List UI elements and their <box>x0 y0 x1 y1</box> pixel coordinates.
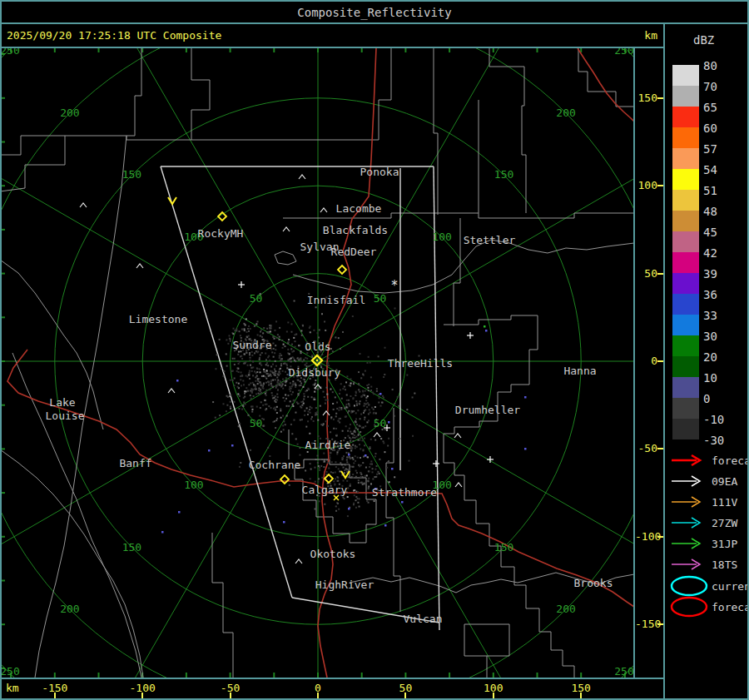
radar-map[interactable]: *505050501001001001001501501501502002002… <box>0 47 634 678</box>
echo-speckle <box>239 330 241 332</box>
echo-dot-blue <box>391 468 394 470</box>
right-axis-tick-label: 150 <box>635 92 657 103</box>
title-bar[interactable]: Composite_Reflectivity <box>0 0 749 22</box>
caret-marker <box>374 433 380 437</box>
ring-distance-label: 250 <box>614 47 633 57</box>
echo-speckle <box>317 454 319 456</box>
echo-speckle <box>289 386 290 388</box>
echo-speckle <box>276 400 278 401</box>
echo-speckle <box>347 412 349 414</box>
echo-speckle <box>234 358 236 360</box>
echo-speckle <box>263 384 265 385</box>
echo-speckle <box>310 325 311 327</box>
echo-speckle <box>223 370 225 372</box>
echo-speckle <box>366 421 368 423</box>
echo-speckle <box>352 459 354 460</box>
echo-speckle <box>269 360 270 361</box>
echo-speckle <box>315 459 317 460</box>
echo-speckle <box>228 335 230 336</box>
echo-speckle <box>326 459 328 460</box>
colorbar-tick-label: 10 <box>703 372 717 384</box>
frame-line <box>0 47 665 48</box>
echo-speckle <box>347 487 349 489</box>
right-axis-tick-label: 50 <box>635 268 657 279</box>
echo-speckle <box>245 324 246 325</box>
echo-speckle <box>310 418 312 420</box>
echo-speckle <box>354 437 355 439</box>
echo-speckle <box>360 464 362 466</box>
echo-speckle <box>305 469 306 471</box>
echo-speckle <box>236 329 237 330</box>
caret-marker <box>299 175 305 179</box>
echo-speckle <box>303 359 305 360</box>
echo-speckle <box>358 439 360 441</box>
echo-speckle <box>394 307 396 309</box>
echo-speckle <box>346 461 348 463</box>
colorbar-tick-label: 57 <box>703 143 717 155</box>
echo-speckle <box>360 431 361 433</box>
echo-speckle <box>412 435 414 437</box>
bottom-axis-tick <box>141 693 143 698</box>
echo-speckle <box>283 429 285 430</box>
echo-speckle <box>250 388 252 390</box>
legend-arrow-label: 31JP <box>712 539 737 549</box>
echo-speckle <box>265 382 267 384</box>
colorbar-tick-label: 48 <box>703 206 717 217</box>
echo-speckle <box>283 344 285 345</box>
echo-speckle <box>368 390 370 391</box>
echo-speckle <box>280 373 281 375</box>
echo-speckle <box>332 403 334 405</box>
radar-app-window: { "window": { "title": "Composite_Reflec… <box>0 0 749 700</box>
echo-speckle <box>268 380 270 382</box>
echo-speckle <box>243 401 245 403</box>
echo-speckle <box>286 405 288 407</box>
echo-speckle <box>280 368 281 370</box>
echo-speckle <box>372 392 374 394</box>
echo-speckle <box>260 329 262 330</box>
echo-speckle <box>290 382 291 384</box>
echo-speckle <box>277 334 279 335</box>
echo-speckle <box>370 390 372 391</box>
echo-speckle <box>237 393 239 395</box>
echo-speckle <box>357 429 359 430</box>
echo-speckle <box>333 419 335 420</box>
echo-speckle <box>368 487 370 489</box>
echo-speckle <box>352 398 354 400</box>
colorbar-band <box>672 86 699 107</box>
echo-speckle <box>363 412 365 414</box>
echo-speckle <box>226 353 227 355</box>
city-label: Brooks <box>574 577 613 589</box>
echo-dot-blue <box>231 444 234 447</box>
echo-speckle <box>360 474 362 475</box>
echo-dot-blue <box>348 454 350 456</box>
echo-speckle <box>265 404 266 405</box>
echo-speckle <box>260 335 261 337</box>
echo-speckle <box>280 365 282 366</box>
echo-speckle <box>244 390 246 392</box>
echo-speckle <box>226 410 227 412</box>
colorbar-band <box>672 419 699 439</box>
legend-ellipse-label: forecast <box>712 602 749 613</box>
echo-speckle <box>356 446 358 448</box>
echo-speckle <box>237 386 239 388</box>
ring-distance-label: 200 <box>556 603 575 615</box>
echo-speckle <box>298 390 300 391</box>
echo-speckle <box>368 384 370 385</box>
echo-speckle <box>379 397 380 399</box>
echo-speckle <box>321 313 323 315</box>
echo-speckle <box>257 334 259 335</box>
echo-speckle <box>289 389 290 390</box>
echo-speckle <box>394 403 395 405</box>
echo-speckle <box>275 375 276 376</box>
echo-speckle <box>294 360 295 361</box>
echo-speckle <box>327 425 329 427</box>
echo-speckle <box>234 330 236 331</box>
echo-speckle <box>335 471 336 473</box>
timestamp-text: 2025/09/20 17:25:18 UTC Composite <box>7 30 221 41</box>
echo-speckle <box>261 375 263 377</box>
echo-speckle <box>239 395 241 397</box>
echo-dot-blue <box>176 380 179 382</box>
echo-speckle <box>296 401 298 403</box>
echo-speckle <box>238 363 240 365</box>
echo-speckle <box>256 375 258 377</box>
